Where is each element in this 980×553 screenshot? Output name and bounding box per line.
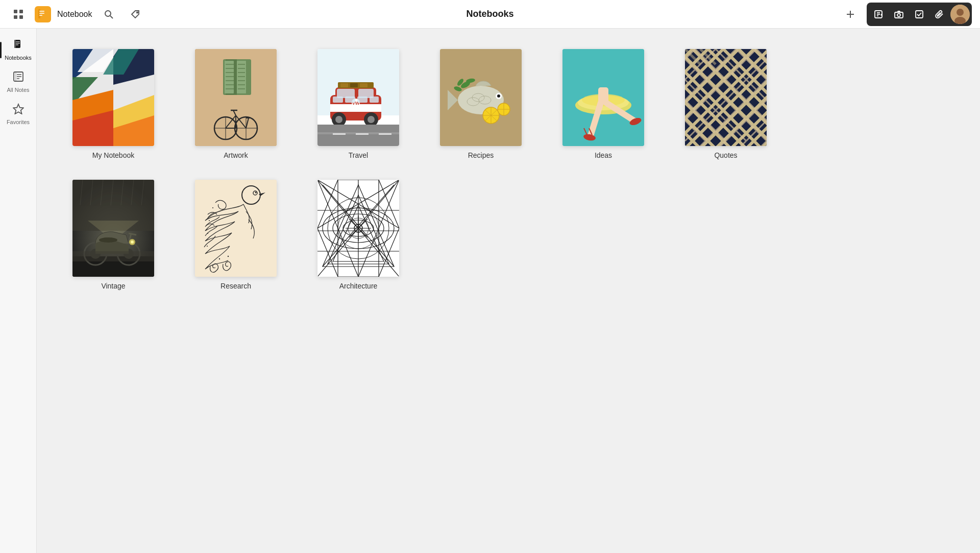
search-button[interactable] [99,4,119,25]
notebooks-icon [13,39,24,53]
svg-rect-98 [350,83,358,87]
svg-point-93 [335,116,342,123]
svg-point-248 [209,220,210,221]
svg-rect-27 [16,43,20,44]
notebook-cover-artwork [195,49,277,146]
svg-rect-28 [16,44,18,45]
svg-point-246 [255,192,257,194]
all-notes-icon [13,71,24,85]
svg-rect-88 [333,97,343,103]
svg-point-9 [105,11,111,16]
notebook-cover-ideas [562,49,644,146]
add-notebook-button[interactable] [840,4,861,25]
svg-rect-1 [19,10,23,13]
svg-rect-103 [356,133,369,135]
notebook-ideas[interactable]: Ideas [557,49,649,159]
notebook-research[interactable]: Research [190,180,282,290]
notebooks-label: Notebooks [5,55,32,61]
svg-rect-99 [360,83,368,87]
notebook-name-ideas: Ideas [595,151,612,159]
header: Notebook Notebooks [0,0,980,29]
sidebar-item-notebooks[interactable]: Notebooks [3,35,34,65]
attachment-button[interactable] [930,5,949,24]
notebook-artwork[interactable]: Artwork [190,49,282,159]
notebook-quotes[interactable]: Quotes [680,49,772,159]
user-avatar[interactable] [950,5,970,24]
svg-rect-8 [39,15,42,16]
svg-point-19 [897,13,900,16]
svg-point-22 [957,9,964,16]
svg-rect-30 [15,72,16,81]
svg-rect-49 [225,61,234,93]
notebooks-grid: My Notebook [67,49,949,290]
svg-point-249 [207,233,208,234]
svg-point-229 [99,237,117,243]
notebook-travel[interactable]: VW [312,49,404,159]
tags-button[interactable] [125,4,145,25]
notebook-cover-recipes [440,49,522,146]
svg-rect-100 [317,125,399,146]
notebook-cover-quotes [685,49,767,146]
app-name-label: Notebook [57,10,92,19]
notebook-name-vintage: Vintage [101,282,125,290]
sidebar-item-all-notes[interactable]: All Notes [3,67,34,97]
svg-rect-50 [237,61,246,93]
svg-rect-26 [16,41,20,42]
new-note-button[interactable] [869,5,888,24]
notebook-name-quotes: Quotes [714,151,737,159]
svg-rect-234 [72,251,154,261]
notebook-name-recipes: Recipes [468,151,494,159]
grid-menu-button[interactable] [8,4,29,25]
all-notes-label: All Notes [7,87,29,93]
svg-point-251 [219,258,220,259]
svg-rect-89 [345,97,355,103]
svg-point-95 [368,116,375,123]
sidebar: Notebooks All Notes Favorites [0,29,37,553]
svg-point-233 [131,241,134,244]
notebook-cover-travel: VW [317,49,399,146]
notebook-cover-research [195,180,277,277]
app-logo [35,6,51,22]
notebook-name-my-notebook: My Notebook [92,151,134,159]
header-right [840,3,972,26]
notebooks-content: My Notebook [37,29,980,553]
svg-point-252 [228,256,229,257]
svg-point-11 [136,12,137,13]
notebook-name-artwork: Artwork [224,151,248,159]
favorites-label: Favorites [7,119,30,125]
notebook-name-architecture: Architecture [339,282,378,290]
svg-rect-90 [357,97,368,103]
svg-rect-102 [333,133,346,135]
notebook-vintage[interactable]: Vintage [67,180,159,290]
main-layout: Notebooks All Notes Favorites [0,29,980,553]
notebook-my-notebook[interactable]: My Notebook [67,49,159,159]
svg-rect-3 [19,15,23,19]
notebook-cover-vintage [72,180,154,277]
notebook-recipes[interactable]: Recipes [435,49,527,159]
svg-rect-97 [340,83,348,87]
notebook-architecture[interactable]: Architecture [312,180,404,290]
notebook-name-research: Research [220,282,251,290]
svg-point-250 [207,246,208,247]
notebook-name-travel: Travel [349,151,368,159]
camera-button[interactable] [889,5,909,24]
notebook-cover-my-notebook [72,49,154,146]
checklist-button[interactable] [910,5,929,24]
header-left: Notebook [8,4,145,25]
notebook-cover-architecture [317,180,399,277]
svg-rect-0 [14,10,17,13]
svg-rect-2 [14,15,17,19]
svg-rect-6 [39,11,44,12]
svg-point-113 [497,94,500,98]
sidebar-item-favorites[interactable]: Favorites [3,99,34,129]
svg-rect-104 [379,133,391,135]
svg-rect-141 [685,49,767,146]
svg-rect-7 [39,13,44,14]
favorites-icon [13,103,24,117]
action-toolbar [867,3,972,26]
svg-line-10 [110,16,113,18]
svg-rect-91 [370,97,379,103]
svg-point-247 [212,207,213,208]
svg-marker-34 [13,104,23,114]
page-title: Notebooks [466,9,513,19]
